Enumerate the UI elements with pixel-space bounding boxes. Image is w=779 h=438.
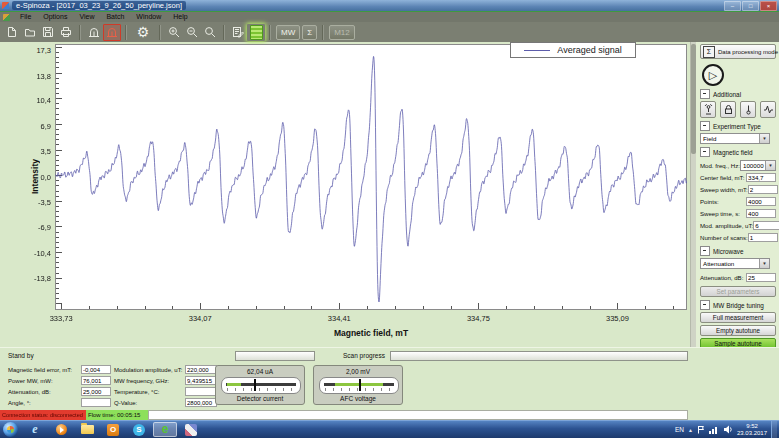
afc-voltage-slider[interactable] [319, 377, 399, 394]
panel-scrollbar[interactable] [691, 42, 696, 347]
notebook-icon [250, 25, 263, 40]
toolbar-separator [79, 25, 81, 40]
tray-date: 23.03.2017 [737, 430, 767, 437]
x-tick-label: 333,73 [39, 314, 83, 323]
print-button[interactable] [57, 24, 75, 41]
attenuation-row: Attenuation, dB: [700, 271, 776, 283]
collapse-icon[interactable] [700, 300, 710, 310]
field-label: Points: [700, 198, 719, 205]
toolbar-separator [322, 25, 324, 40]
volume-icon[interactable] [723, 425, 733, 434]
parameter-label: Temperature, °C: [114, 389, 182, 395]
taskbar-skype[interactable]: S [127, 422, 151, 437]
m12-button[interactable]: M12 [329, 25, 355, 40]
gear-icon: ⚙ [137, 24, 150, 40]
microwave-mode-value: Attenuation [703, 260, 734, 267]
antenna-tool-button[interactable] [700, 101, 716, 118]
start-button[interactable] [3, 422, 18, 437]
action-center-flag-icon[interactable] [697, 425, 705, 434]
parameter-value [185, 387, 217, 396]
autoscale-button[interactable] [85, 24, 103, 41]
section-experiment-type-label: Experiment Type [713, 123, 761, 130]
language-indicator[interactable]: EN [675, 426, 684, 433]
menu-bar: FileOptionsViewBatchWindowHelp [0, 12, 779, 22]
field-row: Points: [700, 195, 776, 207]
field-input[interactable] [748, 185, 778, 194]
open-file-button[interactable] [21, 24, 39, 41]
standby-status-label: Stand by [8, 352, 34, 359]
collapse-icon[interactable] [700, 246, 710, 256]
scrollbar-thumb[interactable] [691, 44, 696, 154]
edit-notes-button[interactable] [229, 24, 247, 41]
field-select[interactable]: 100000▼ [740, 160, 776, 171]
status-strip: Connection status: disconnected Flow tim… [0, 410, 779, 420]
show-desktop-button[interactable] [771, 421, 777, 438]
menu-batch[interactable]: Batch [100, 12, 130, 22]
attenuation-input[interactable] [746, 273, 776, 282]
menu-file[interactable]: File [14, 12, 37, 22]
field-input[interactable] [746, 197, 776, 206]
collapse-icon[interactable] [700, 147, 710, 157]
field-input[interactable] [746, 209, 776, 218]
full-measurement-button[interactable]: Full measurement [700, 312, 776, 323]
section-mw-bridge-tuning: MW Bridge tuning [700, 300, 776, 310]
field-row: Mod. freq., Hz:100000▼ [700, 159, 776, 171]
temperature-tool-button[interactable] [740, 101, 756, 118]
clock[interactable]: 9:52 23.03.2017 [737, 423, 767, 437]
zoom-reset-icon [204, 26, 217, 39]
collapse-icon[interactable] [700, 121, 710, 131]
sum-mode-button[interactable]: Σ [302, 25, 317, 40]
field-input[interactable] [746, 173, 776, 182]
hidden-icons-button[interactable]: ▲ [688, 427, 693, 433]
taskbar-explorer[interactable] [75, 422, 99, 437]
menu-options[interactable]: Options [37, 12, 73, 22]
lock-tool-button[interactable] [720, 101, 736, 118]
save-button[interactable] [39, 24, 57, 41]
zoom-out-button[interactable] [183, 24, 201, 41]
new-file-button[interactable] [3, 24, 21, 41]
x-tick-label: 335,09 [595, 314, 639, 323]
journal-button[interactable] [247, 24, 265, 41]
y-tick-label: 6,9 [11, 122, 51, 131]
spectrum-plot[interactable] [55, 44, 687, 310]
settings-button[interactable]: ⚙ [131, 24, 155, 41]
y-tick-label: 3,5 [11, 147, 51, 156]
network-icon[interactable] [709, 425, 719, 434]
minimize-button[interactable]: – [724, 1, 741, 11]
open-folder-icon [24, 26, 36, 38]
taskbar-graph-app[interactable] [179, 422, 203, 437]
autoscale-active-button[interactable] [103, 24, 121, 41]
mw-mode-button[interactable]: MW [276, 25, 300, 40]
collapse-icon[interactable] [700, 89, 710, 99]
parameter-value [185, 365, 217, 374]
detector-current-slider[interactable] [221, 377, 301, 394]
empty-autotune-button[interactable]: Empty autotune [700, 325, 776, 336]
legend-label: Averaged signal [557, 45, 621, 55]
experiment-type-select[interactable]: Field ▼ [700, 133, 770, 144]
parameter-label: Magnetic field error, mT: [8, 367, 78, 373]
zoom-reset-button[interactable] [201, 24, 219, 41]
maximize-button[interactable]: □ [742, 1, 759, 11]
taskbar-outlook[interactable]: O [101, 422, 125, 437]
taskbar-media-player[interactable] [49, 422, 73, 437]
field-input[interactable] [748, 233, 778, 242]
signal-tool-button[interactable] [760, 101, 776, 118]
set-parameters-button[interactable]: Set parameters [700, 286, 776, 297]
data-processing-mode-button[interactable]: Σ Data processing mode [700, 44, 776, 59]
menu-view[interactable]: View [73, 12, 100, 22]
field-label: Center field, mT: [700, 174, 744, 181]
field-input[interactable] [753, 221, 779, 230]
microwave-mode-select[interactable]: Attenuation ▼ [700, 258, 770, 269]
close-button[interactable]: × [760, 1, 777, 11]
zoom-in-button[interactable] [165, 24, 183, 41]
taskbar-espinoza[interactable]: e [153, 422, 177, 437]
taskbar-ie[interactable]: e [23, 422, 47, 437]
menu-window[interactable]: Window [130, 12, 167, 22]
parameter-value [81, 387, 111, 396]
menu-help[interactable]: Help [167, 12, 193, 22]
system-tray: EN ▲ 9:52 23.03.2017 [675, 421, 779, 438]
parameter-value [185, 398, 217, 407]
play-button[interactable]: ▷ [702, 64, 724, 86]
section-mw-bridge-label: MW Bridge tuning [713, 302, 764, 309]
y-tick-label: -3,5 [11, 198, 51, 207]
